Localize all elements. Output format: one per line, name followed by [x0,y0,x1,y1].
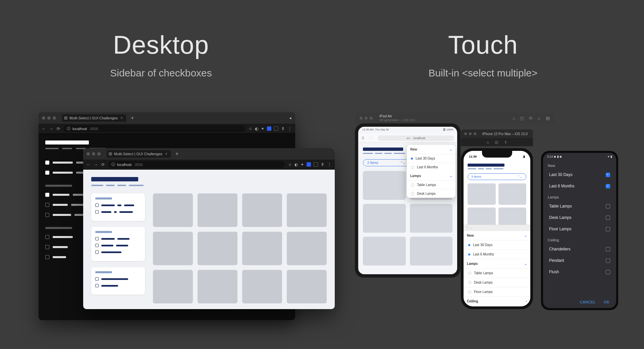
popover-option[interactable]: Last 6 Months [407,163,455,171]
close-tab-icon[interactable]: × [165,152,167,156]
checkbox-row[interactable] [95,237,141,240]
result-card[interactable] [198,232,237,265]
sheet-option[interactable]: Desk Lamps [464,278,530,287]
checkbox-icon[interactable] [606,216,610,220]
checkbox-icon[interactable] [606,204,610,209]
select-multiple-pill[interactable]: 3 Items⌃⌄ [468,173,526,180]
url-field[interactable]: ᴀA localhost [378,135,454,141]
result-card[interactable] [468,183,496,205]
result-card[interactable] [153,232,193,265]
sheet-section[interactable]: Lamps⌄ [464,259,530,269]
ok-button[interactable]: OK [604,300,609,304]
forward-icon[interactable]: → [94,162,98,167]
ext-icon[interactable] [267,126,271,131]
checkbox-icon[interactable] [45,171,49,175]
home-icon[interactable]: ⌂ [487,140,489,144]
menu-icon[interactable]: ⋮ [288,126,292,131]
ext-icon[interactable]: ◐ [255,126,258,131]
screenshot-icon[interactable]: ◫ [520,116,524,121]
ext-icon[interactable] [314,162,318,167]
result-card[interactable] [198,270,237,303]
result-card[interactable] [363,204,406,233]
window-controls[interactable] [42,116,56,120]
rotate-icon[interactable]: ⟲ [529,116,532,121]
checkbox-icon[interactable] [95,244,99,247]
popover-option[interactable]: Table Lamps [407,180,455,189]
select-option[interactable]: Table Lamps [543,200,616,212]
sheet-option[interactable]: Last 6 Months [464,250,530,259]
checkbox-row[interactable] [95,203,141,207]
select-option[interactable]: Flush [543,266,616,278]
screenshot-icon[interactable]: ◫ [495,140,498,144]
cancel-button[interactable]: CANCEL [580,300,596,304]
close-tab-icon[interactable]: × [120,116,123,120]
ext-icon[interactable] [307,162,311,167]
star-icon[interactable]: ☆ [288,162,292,167]
ext-icon[interactable] [274,126,278,131]
select-option[interactable]: Floor Lamps [543,223,616,235]
checkbox-icon[interactable] [606,247,610,251]
select-option[interactable]: Chandeliers [543,243,616,255]
sheet-option[interactable]: Last 30 Days [464,240,530,250]
result-card[interactable] [198,193,237,227]
checkbox-icon[interactable] [95,210,99,214]
result-card[interactable] [410,204,453,233]
select-option[interactable]: Pendant [543,255,616,266]
result-card[interactable] [363,171,406,200]
result-card[interactable] [363,237,406,266]
sheet-section[interactable]: New⌄ [464,231,530,240]
checkbox-row[interactable] [95,250,141,254]
browser-tab[interactable]: Multi-Select | GUI Challenges × [62,114,126,122]
popover-option[interactable]: Desk Lamps [407,189,455,198]
window-controls[interactable] [360,117,373,120]
back-icon[interactable]: ← [42,126,46,131]
mic-icon[interactable]: 🎙 [281,126,285,131]
popover-option[interactable]: Last 30 Days [407,154,455,163]
url-field[interactable]: ⓘ localhost:3000 [108,161,285,168]
select-option[interactable]: Last 30 Days [543,169,616,180]
checkbox-icon[interactable] [45,213,49,217]
more-icon[interactable]: ▤ [546,116,550,121]
forward-icon[interactable]: → [49,126,53,131]
checkbox-row[interactable] [95,244,141,247]
checkbox-icon[interactable] [606,270,610,274]
window-controls[interactable] [464,132,476,135]
checkbox-icon[interactable] [95,203,99,207]
result-card[interactable] [242,232,282,265]
checkbox-row[interactable] [95,284,141,287]
star-icon[interactable]: ☆ [249,126,252,131]
result-card[interactable] [287,270,327,303]
checkbox-icon[interactable] [606,173,610,177]
checkbox-icon[interactable] [95,237,99,240]
share-icon[interactable]: ⇧ [504,140,507,144]
url-field[interactable]: ⓘ localhost:3000 [63,125,245,132]
sheet-section[interactable]: By Room› [464,306,530,306]
ext-icon[interactable]: ✦ [301,162,304,167]
checkbox-icon[interactable] [45,235,49,239]
checkbox-icon[interactable] [45,161,49,165]
result-card[interactable] [153,193,193,227]
select-multiple-pill[interactable]: 2 Items⌃⌄ [363,159,410,166]
window-controls[interactable] [87,152,101,156]
ext-icon[interactable]: ◐ [294,162,298,167]
new-tab-button[interactable]: + [175,151,178,157]
home-icon[interactable]: ⌂ [513,116,515,121]
select-option[interactable]: Desk Lamps [543,212,616,223]
checkbox-icon[interactable] [45,203,49,207]
sheet-option[interactable]: Table Lamps [464,269,530,278]
menu-icon[interactable]: ⋮ [327,162,331,167]
reload-icon[interactable]: ⟳ [57,126,60,131]
window-close-icon[interactable]: ● [289,116,292,120]
popover-section[interactable]: Lamps⌄ [407,171,455,180]
browser-tab[interactable]: Multi-Select | GUI Challenges × [107,150,171,158]
checkbox-icon[interactable] [45,245,49,249]
checkbox-icon[interactable] [95,284,99,287]
sheet-option[interactable]: Floor Lamps [464,287,530,297]
checkbox-icon[interactable] [45,255,49,259]
appearance-icon[interactable]: ☼ [537,116,541,121]
checkbox-icon[interactable] [45,193,49,197]
select-option[interactable]: Last 6 Months [543,180,616,192]
result-card[interactable] [498,183,527,205]
checkbox-row[interactable] [95,277,141,281]
sidebar-icon[interactable]: ☰ [362,136,364,140]
